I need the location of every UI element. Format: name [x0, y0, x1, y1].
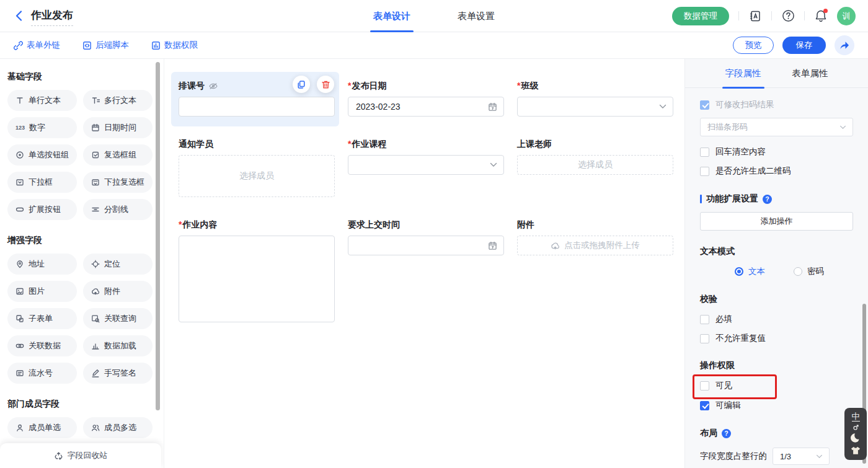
sidebar-item-linked-data[interactable]: 关联数据: [7, 335, 77, 356]
notify-students-picker[interactable]: 选择成员: [179, 155, 335, 197]
sidebar-scrollbar[interactable]: [156, 62, 160, 410]
add-action-button[interactable]: 添加操作: [700, 212, 853, 231]
sidebar-item-location[interactable]: 定位: [83, 254, 153, 275]
save-button[interactable]: 保存: [782, 37, 826, 54]
checkbox-enter-clear[interactable]: 回车清空内容: [700, 146, 853, 157]
divider: [804, 11, 805, 20]
item-label: 成员多选: [104, 422, 136, 433]
radio-text-mode-password[interactable]: 密码: [794, 266, 824, 277]
sidebar-item-image[interactable]: 图片: [7, 281, 77, 302]
sidebar-item-subform[interactable]: 子表单: [7, 308, 77, 329]
scan-mode-select[interactable]: 扫描条形码: [700, 118, 853, 136]
attachment-upload-area[interactable]: 点击或拖拽附件上传: [517, 236, 673, 255]
lookup-query-icon: [91, 314, 100, 323]
checkbox-box: [700, 148, 709, 157]
sidebar-item-attachment[interactable]: 附件: [83, 281, 153, 302]
help-badge-icon[interactable]: ?: [763, 195, 772, 204]
sidebar-item-address[interactable]: 地址: [7, 254, 77, 275]
schedule-number-input[interactable]: [179, 97, 335, 117]
field-homework-content[interactable]: *作业内容: [179, 220, 335, 322]
backend-script-label: 后端脚本: [95, 40, 129, 51]
bar-chart-icon: [91, 342, 100, 350]
address-book-icon[interactable]: [748, 9, 762, 23]
field-notify-students[interactable]: 通知学员 选择成员: [179, 139, 335, 197]
delete-field-button[interactable]: [317, 76, 334, 93]
form-external-link[interactable]: 表单外链: [14, 40, 60, 51]
field-homework-course[interactable]: *作业课程: [348, 139, 504, 175]
tab-form-settings[interactable]: 表单设置: [458, 0, 495, 32]
field-teacher[interactable]: 上课老师 选择成员: [517, 139, 673, 175]
sidebar-item-member-multi[interactable]: 成员多选: [83, 417, 153, 438]
sidebar-item-lookup-query[interactable]: 关联查询: [83, 308, 153, 329]
sidebar-item-select[interactable]: 下拉框: [7, 172, 77, 193]
field-submit-deadline[interactable]: 要求上交时间: [348, 220, 504, 255]
checkbox-editable-scan-result[interactable]: 可修改扫码结果: [700, 99, 853, 110]
sidebar-item-serial-number[interactable]: 流水号: [7, 363, 77, 384]
data-manage-button[interactable]: 数据管理: [672, 7, 729, 25]
checkbox-allow-qrcode[interactable]: 是否允许生成二维码: [700, 166, 853, 177]
checkbox-no-duplicate[interactable]: 不允许重复值: [700, 333, 853, 344]
checkbox-box: [700, 315, 709, 324]
help-badge-icon[interactable]: ?: [722, 429, 731, 438]
share-button[interactable]: [835, 35, 854, 55]
field-recycle-bin[interactable]: 字段回收站: [0, 443, 161, 468]
submit-deadline-input[interactable]: [348, 236, 504, 255]
sidebar-item-single-line-text[interactable]: 单行文本: [7, 90, 77, 111]
share-arrow-icon: [839, 41, 849, 50]
checkbox-label: 必填: [715, 314, 732, 325]
checkbox-visible[interactable]: 可见: [700, 380, 853, 391]
chevron-down-icon: [816, 454, 823, 459]
sidebar-item-multi-line-text[interactable]: 多行文本: [83, 90, 153, 111]
sidebar-item-checkbox-group[interactable]: 复选框组: [83, 144, 153, 166]
sidebar-item-signature[interactable]: 手写签名: [83, 363, 153, 384]
avatar[interactable]: 训: [837, 7, 856, 25]
dark-mode-moon-icon[interactable]: [851, 433, 861, 443]
tab-form-properties[interactable]: 表单属性: [792, 59, 828, 88]
field-publish-date[interactable]: *发布日期 2023-02-23: [348, 81, 504, 117]
language-toggle-icon[interactable]: 中: [852, 412, 860, 422]
form-canvas: 排课号 *发布日期 2023-02-23 *班级: [164, 59, 684, 468]
class-select[interactable]: [517, 97, 673, 117]
homework-content-textarea[interactable]: [179, 236, 335, 322]
checkbox-box: [700, 381, 709, 391]
field-width-select[interactable]: 1/3: [773, 448, 830, 465]
preview-button[interactable]: 预览: [733, 37, 774, 54]
calendar-icon: [91, 123, 100, 132]
field-class[interactable]: *班级: [517, 81, 673, 117]
item-label: 附件: [104, 286, 120, 297]
notification-bell-icon[interactable]: [814, 9, 828, 23]
page-title[interactable]: 作业发布: [31, 8, 73, 26]
sidebar-item-radio-group[interactable]: 单选按钮组: [7, 144, 77, 166]
map-pin-icon: [16, 260, 24, 268]
publish-date-input[interactable]: 2023-02-23: [348, 97, 504, 117]
sidebar-item-number[interactable]: 123 数字: [7, 117, 77, 138]
property-panel: 字段属性 表单属性 可修改扫码结果 扫描条形码 回车清空内容 是否允许生成二维码…: [684, 59, 868, 468]
extend-button-icon: [16, 205, 24, 214]
sidebar-item-extend-button[interactable]: 扩展按钮: [7, 199, 77, 220]
field-attachment[interactable]: 附件 点击或拖拽附件上传: [517, 220, 673, 255]
field-schedule-number[interactable]: 排课号: [179, 81, 335, 117]
radio-text-mode-text[interactable]: 文本: [735, 266, 765, 277]
tab-form-design[interactable]: 表单设计: [373, 0, 410, 32]
sidebar-item-member-single[interactable]: 成员单选: [7, 417, 77, 438]
theme-shirt-icon[interactable]: [851, 446, 861, 455]
sidebar-item-datetime[interactable]: 日期时间: [83, 117, 153, 138]
copy-field-button[interactable]: [293, 76, 310, 93]
sidebar-item-divider-line[interactable]: 分割线: [83, 199, 153, 220]
back-icon[interactable]: [12, 10, 25, 22]
sidebar-item-data-load[interactable]: 数据加载: [83, 335, 153, 356]
item-label: 日期时间: [104, 122, 136, 133]
switch-icon[interactable]: [853, 425, 859, 430]
teacher-picker[interactable]: 选择成员: [517, 155, 673, 175]
sidebar-item-multi-select[interactable]: 下拉复选框: [83, 172, 153, 193]
checkbox-box: [700, 334, 709, 343]
help-icon[interactable]: [781, 9, 795, 23]
required-mark: *: [348, 139, 351, 149]
data-permission-link[interactable]: 数据权限: [151, 40, 198, 51]
backend-script-link[interactable]: 后端脚本: [82, 40, 129, 51]
checkbox-editable[interactable]: 可编辑: [700, 400, 853, 411]
homework-course-select[interactable]: [348, 155, 504, 175]
checkbox-required[interactable]: 必填: [700, 314, 853, 325]
tab-field-properties[interactable]: 字段属性: [725, 59, 761, 88]
section-title-label: 校验: [700, 294, 717, 305]
